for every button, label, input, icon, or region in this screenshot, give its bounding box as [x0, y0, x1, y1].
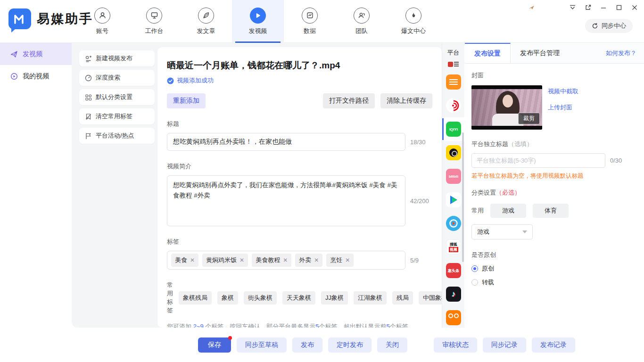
- tab-publish-settings[interactable]: 发布设置: [465, 43, 511, 63]
- publish-records-button[interactable]: 发布记录: [532, 337, 575, 353]
- close-button[interactable]: [630, 3, 639, 12]
- remove-tag-icon[interactable]: ✕: [314, 257, 319, 263]
- platform-icon-bilibili[interactable]: bilibili: [442, 165, 464, 188]
- upload-cover-link[interactable]: 上传封面: [548, 103, 578, 112]
- cover-thumbnail[interactable]: 裁剪: [471, 85, 542, 130]
- tag-chip[interactable]: 外卖✕: [295, 254, 322, 267]
- capture-from-video-link[interactable]: 视频中截取: [548, 87, 578, 96]
- nav-item-article[interactable]: 发文章: [180, 0, 232, 42]
- common-tag[interactable]: 街头象棋: [244, 291, 277, 304]
- common-tag[interactable]: JJ象棋: [321, 291, 348, 304]
- platform-icon-tencent-video[interactable]: [442, 188, 464, 212]
- tag-chip[interactable]: 美食教程✕: [252, 254, 291, 267]
- tab-platform-manage[interactable]: 发布平台管理: [511, 43, 569, 63]
- crop-button[interactable]: 裁剪: [518, 113, 540, 124]
- filter-icon[interactable]: [568, 3, 577, 12]
- remove-tag-icon[interactable]: ✕: [239, 257, 244, 263]
- platform-icon-ifeng[interactable]: [442, 94, 464, 117]
- publish-button[interactable]: 发布: [292, 337, 322, 353]
- category-select[interactable]: 游戏: [471, 224, 533, 239]
- platform-icon-kuaishou[interactable]: [442, 306, 464, 328]
- common-tag[interactable]: 象棋: [217, 291, 238, 304]
- tags-hint: 您可添加 2~9 个标签，按回车确认。部分平台最多显示5个标签，超出默认显示前5…: [167, 322, 432, 328]
- description-counter: 42/200: [410, 197, 429, 205]
- video-filename: 晒最近一个月账单，钱都花在哪儿了？.mp4: [167, 59, 432, 72]
- platform-icon-huitoutiao[interactable]: 惠头条: [442, 259, 464, 282]
- platform-icon-sohu-video[interactable]: 搜狐 视频: [442, 235, 464, 259]
- main-area: 新建视频发布 深度搜索 默认分类设置 清空常用标签 平台活动/热点 晒最近一个月…: [72, 43, 442, 328]
- radio-repost[interactable]: 转载: [471, 278, 637, 287]
- common-tag[interactable]: 残局: [392, 291, 413, 304]
- deep-search-button[interactable]: 深度搜索: [79, 70, 155, 86]
- platform-icon-eyepetizer[interactable]: [442, 141, 464, 165]
- sidebar-item-my-videos[interactable]: 我的视频: [0, 65, 72, 87]
- remove-tag-icon[interactable]: ✕: [283, 257, 288, 263]
- platform-activity-button[interactable]: 平台活动/热点: [79, 128, 155, 144]
- user-icon: [94, 8, 110, 24]
- common-categories-row: 常用 游戏 体育: [471, 204, 637, 218]
- tray-icon[interactable]: [528, 4, 536, 11]
- save-button[interactable]: 保存: [198, 337, 231, 353]
- popout-icon[interactable]: [583, 3, 593, 12]
- nav-item-workbench[interactable]: 工作台: [128, 0, 180, 42]
- remove-tag-icon[interactable]: ✕: [190, 257, 195, 263]
- category-button-sports[interactable]: 体育: [533, 204, 569, 218]
- original-label: 是否原创: [471, 251, 637, 259]
- platform-icon-douyin[interactable]: ♪: [442, 282, 464, 306]
- review-status-button[interactable]: 审核状态: [434, 337, 477, 353]
- radio-original[interactable]: 原创: [471, 264, 637, 273]
- left-sidebar: 发视频 我的视频: [0, 43, 72, 362]
- title-counter: 18/30: [410, 139, 426, 146]
- sync-center-button[interactable]: 同步中心: [585, 19, 633, 33]
- minimize-button[interactable]: [599, 3, 608, 12]
- platform-icon-iqiyi[interactable]: iQIYI: [442, 117, 464, 141]
- tag-chip[interactable]: 黄焖鸡米饭✕: [202, 254, 248, 267]
- default-category-button[interactable]: 默认分类设置: [79, 89, 155, 105]
- nav-item-data[interactable]: 数据: [284, 0, 336, 42]
- clear-upload-cache-button[interactable]: 清除上传缓存: [380, 93, 432, 108]
- scheduled-publish-button[interactable]: 定时发布: [328, 337, 372, 353]
- grid-icon: [85, 94, 92, 101]
- maximize-button[interactable]: [614, 3, 624, 12]
- remove-tag-icon[interactable]: ✕: [345, 257, 350, 263]
- title-label: 标题: [167, 120, 432, 128]
- platform-icon-mini-badge[interactable]: [448, 62, 459, 67]
- platform-column: 平台 iQIYI bilibili: [442, 43, 464, 328]
- tag-chip[interactable]: 烹饪✕: [326, 254, 354, 267]
- tags-input[interactable]: 美食✕ 黄焖鸡米饭✕ 美食教程✕ 外卖✕ 烹饪✕: [167, 251, 405, 270]
- tag-chip[interactable]: 美食✕: [171, 254, 198, 267]
- platform-icon-haokan-video[interactable]: [442, 212, 464, 235]
- new-video-publish-button[interactable]: 新建视频发布: [79, 50, 155, 66]
- open-file-path-button[interactable]: 打开文件路径: [323, 93, 375, 108]
- unsaved-badge: [228, 336, 232, 340]
- publish-tabs: 发布设置 发布平台管理 如何发布？: [465, 43, 644, 64]
- chevron-down-icon: [522, 230, 527, 233]
- re-add-button[interactable]: 重新添加: [167, 93, 206, 108]
- close-button-footer[interactable]: 关闭: [377, 337, 407, 353]
- clear-common-tags-button[interactable]: 清空常用标签: [79, 108, 155, 124]
- common-tag[interactable]: 象棋残局: [179, 291, 212, 304]
- custom-title-input[interactable]: [471, 153, 605, 168]
- common-tag[interactable]: 江湖象棋: [354, 291, 387, 304]
- common-tag[interactable]: 中国象棋: [419, 291, 442, 304]
- nav-item-account[interactable]: 账号: [76, 0, 128, 42]
- window-controls: [568, 3, 639, 12]
- play-circle-icon: [10, 73, 18, 80]
- nav-item-hot-center[interactable]: 爆文中心: [388, 0, 439, 42]
- how-to-publish-link[interactable]: 如何发布？: [606, 43, 644, 63]
- category-button-game[interactable]: 游戏: [490, 204, 526, 218]
- nav-item-team[interactable]: 团队: [336, 0, 388, 42]
- platform-icon-qutoutiao[interactable]: [442, 70, 464, 94]
- platform-scrollbar[interactable]: [462, 132, 464, 262]
- sync-records-button[interactable]: 同步记录: [483, 337, 526, 353]
- radio-icon: [471, 265, 478, 272]
- common-tag[interactable]: 天天象棋: [282, 291, 315, 304]
- description-textarea[interactable]: 想吃黄焖鸡别再点外卖了，我们在家也能做，方法很简单#黄焖鸡米饭 #美食 #美食教…: [167, 175, 405, 226]
- sync-to-draft-button[interactable]: 同步至草稿: [237, 337, 287, 353]
- new-publish-icon: [85, 55, 92, 62]
- nav-item-publish-video[interactable]: 发视频: [232, 0, 284, 42]
- send-icon: [10, 50, 18, 58]
- sidebar-item-publish-video[interactable]: 发视频: [0, 43, 72, 65]
- video-play-icon: [250, 8, 266, 24]
- title-input[interactable]: [167, 133, 405, 151]
